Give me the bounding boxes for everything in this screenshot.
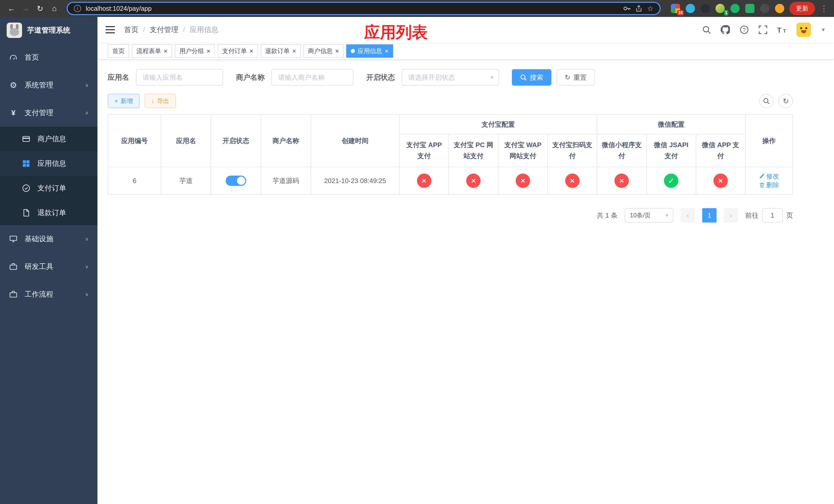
toolbox-icon [9,290,18,298]
goto-page-input[interactable] [762,208,783,223]
toggle-search-button[interactable] [759,94,773,108]
app-logo-row[interactable]: 芋道管理系统 [0,17,97,44]
site-info-icon[interactable]: i [74,5,81,12]
cell-actions: 修改删除 [745,167,793,194]
status-toggle[interactable] [226,176,246,186]
edit-link[interactable]: 修改 [759,172,779,181]
extension-badge: 1 [724,10,728,16]
sidebar-item-infrastructure[interactable]: 基础设施 ∨ [0,225,97,253]
page-unit-label: 页 [786,211,793,220]
sidebar-collapse-icon[interactable] [106,26,115,33]
search-button[interactable]: 搜索 [512,69,551,86]
page-size-select[interactable]: 10条/页 ▾ [625,208,674,223]
extension-icon-5[interactable] [730,4,740,13]
sidebar-item-payment[interactable]: ¥ 支付管理 ∧ [0,99,97,127]
help-icon[interactable]: ? [740,25,749,35]
extension-icon-1[interactable]: 10 [671,4,680,13]
add-button[interactable]: + 新增 [108,94,139,108]
goto-label: 前往 [745,211,759,220]
close-icon[interactable]: × [163,48,168,54]
status-select[interactable]: 请选择开启状态 ▾ [402,69,499,86]
sidebar-item-workflow[interactable]: 工作流程 ∨ [0,280,97,308]
user-avatar[interactable] [796,23,811,37]
download-icon: ↓ [151,97,154,105]
address-bar[interactable]: i localhost:1024/pay/app ☆ [67,2,661,15]
breadcrumb-payment[interactable]: 支付管理 [150,25,178,35]
page-annotation-title: 应用列表 [364,22,428,43]
extension-icon-4[interactable]: 1 [716,4,725,13]
sidebar-item-pay-orders[interactable]: 支付订单 [0,176,97,201]
gear-icon: ⚙ [9,80,18,90]
col-header-alipay-pc: 支付宝 PC 网站支付 [449,134,498,167]
browser-forward-icon[interactable]: → [19,1,33,16]
tab-pay-orders[interactable]: 支付订单× [218,44,258,58]
password-key-icon[interactable] [623,5,631,12]
share-icon[interactable] [635,5,642,12]
sidebar-item-dev-tools[interactable]: 研发工具 ∨ [0,253,97,280]
wechat-jsapi-status-icon: ✓ [664,174,678,188]
browser-back-icon[interactable]: ← [4,1,19,16]
table-toolbar: + 新增 ↓ 导出 ↻ [108,94,793,108]
sidebar-item-merchant-info[interactable]: 商户信息 [0,127,97,151]
tab-user-group[interactable]: 用户分组× [175,44,215,58]
col-header-merchant: 商户名称 [261,115,311,167]
bookmark-star-icon[interactable]: ☆ [647,4,654,13]
pagination: 共 1 条 10条/页 ▾ ‹ 1 › 前往 页 [108,208,793,223]
tab-process-form[interactable]: 流程表单× [132,44,172,58]
browser-menu-icon[interactable]: ⋮ [820,4,828,13]
breadcrumb-home[interactable]: 首页 [124,25,138,35]
alipay-qr-status-icon: × [565,174,579,188]
sidebar-item-refund-orders[interactable]: 退款订单 [0,201,97,225]
page-1-button[interactable]: 1 [702,208,717,223]
delete-link[interactable]: 删除 [759,181,779,189]
sidebar-item-app-info[interactable]: 应用信息 [0,151,97,176]
next-page-button[interactable]: › [724,208,738,223]
extension-icon-3[interactable] [701,4,710,13]
close-icon[interactable]: × [206,48,210,54]
extension-icon-8[interactable] [775,4,784,13]
browser-toolbar: ← → ↻ ⌂ i localhost:1024/pay/app ☆ 10 1 [0,0,834,17]
page-header: 首页 / 支付管理 / 应用信息 应用列表 ? TT ▼ [97,17,834,43]
col-header-status: 开启状态 [211,115,261,167]
avatar-caret-icon[interactable]: ▼ [821,27,826,33]
browser-home-icon[interactable]: ⌂ [47,1,62,16]
sidebar-item-system[interactable]: ⚙ 系统管理 ∨ [0,71,97,99]
col-header-wechat-mini: 微信小程序支付 [597,134,646,167]
tab-refund-orders[interactable]: 退款订单× [261,44,301,58]
fullscreen-icon[interactable] [759,25,767,34]
prev-page-button[interactable]: ‹ [681,208,695,223]
close-icon[interactable]: × [335,48,339,54]
export-button[interactable]: ↓ 导出 [145,94,176,108]
sidebar-item-home[interactable]: 首页 [0,44,97,71]
tab-app-info[interactable]: 应用信息× [346,44,393,58]
browser-update-button[interactable]: 更新 [789,2,815,15]
col-header-alipay-app: 支付宝 APP 支付 [399,134,449,167]
close-icon[interactable]: × [292,48,296,54]
refresh-table-button[interactable]: ↻ [778,94,793,108]
close-icon[interactable]: × [249,48,253,54]
col-header-app-id: 应用编号 [108,115,161,167]
breadcrumb: 首页 / 支付管理 / 应用信息 [124,25,219,35]
cell-merchant: 芋道源码 [261,167,311,194]
monitor-icon [9,235,18,243]
extension-icon-2[interactable] [686,4,695,13]
cell-app-name: 芋道 [161,167,211,194]
extension-icon-7[interactable] [760,4,769,13]
close-icon[interactable]: × [385,48,389,54]
chevron-down-icon: ∨ [85,236,89,242]
tab-merchant-info[interactable]: 商户信息× [303,44,344,58]
github-icon[interactable] [721,25,730,35]
reset-button[interactable]: ↻ 重置 [556,69,595,86]
col-header-create-time: 创建时间 [311,115,399,167]
browser-refresh-icon[interactable]: ↻ [33,1,47,16]
merchant-name-input[interactable] [271,69,353,86]
header-actions: ? TT ▼ [702,23,826,37]
app-name-input[interactable] [136,69,223,86]
app-table: 应用编号 应用名 开启状态 商户名称 创建时间 支付宝配置 微信配置 操作 支付… [108,114,793,195]
tab-home[interactable]: 首页 [108,44,129,58]
search-icon[interactable] [702,25,711,34]
app-title: 芋道管理系统 [27,25,70,35]
app-name-label: 应用名 [108,72,129,82]
font-size-icon[interactable]: TT [777,25,787,34]
extension-icon-6[interactable] [745,4,754,13]
